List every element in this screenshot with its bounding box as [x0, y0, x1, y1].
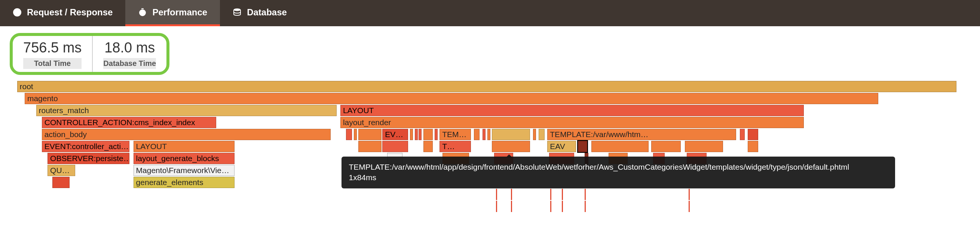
flame-bar[interactable]: [415, 129, 418, 140]
flame-bar[interactable]: [346, 129, 352, 140]
flame-bar-controller-action-cms-index-index[interactable]: CONTROLLER_ACTION:cms_index_index: [42, 117, 216, 128]
flame-row: [0, 201, 980, 213]
flame-bar[interactable]: [533, 129, 536, 140]
flame-tick: [496, 189, 497, 200]
tooltip-line2: 1x84ms: [349, 172, 888, 183]
flame-bar[interactable]: [434, 129, 438, 140]
tab-label: Performance: [152, 7, 207, 18]
flame-bar-layout[interactable]: LAYOUT: [340, 105, 804, 116]
flame-bar[interactable]: [354, 129, 357, 140]
flame-bar[interactable]: [685, 141, 723, 152]
tab-request-response[interactable]: Request / Response: [0, 0, 125, 26]
flame-bar[interactable]: [410, 129, 413, 140]
flame-bar[interactable]: [482, 129, 485, 140]
flame-tick: [689, 189, 690, 200]
flame-tick: [496, 201, 497, 212]
flame-bar[interactable]: [358, 141, 381, 152]
flame-bar-template-var-www-htm[interactable]: TEMPLATE:/var/www/htm…: [547, 129, 736, 140]
flame-bar[interactable]: [539, 129, 544, 140]
svg-point-2: [234, 9, 240, 11]
flame-bar[interactable]: [578, 141, 588, 152]
globe-icon: [13, 8, 22, 17]
timer-icon: [138, 8, 147, 17]
flame-bar[interactable]: [748, 141, 758, 152]
flame-row: action_bodyEV…TEM…TEMPLATE:/var/www/htm…: [0, 129, 980, 141]
flame-tooltip: TEMPLATE:/var/www/html/app/design/fronte…: [342, 156, 895, 188]
tooltip-line1: TEMPLATE:/var/www/html/app/design/fronte…: [349, 162, 888, 172]
flame-row: [0, 189, 980, 201]
flame-bar-layout-render[interactable]: layout_render: [340, 117, 804, 128]
flame-bar[interactable]: [740, 129, 745, 140]
flame-bar-tem[interactable]: TEM…: [439, 129, 471, 140]
flame-bar-action-body[interactable]: action_body: [42, 129, 331, 140]
flame-bar-layout-generate-blocks[interactable]: layout_generate_blocks: [134, 153, 234, 164]
flame-bar-observer-persiste[interactable]: OBSERVER:persiste…: [48, 153, 129, 164]
metric-database-time: 18.0 ms Database Time: [92, 36, 167, 72]
metric-value: 18.0 ms: [103, 40, 156, 56]
metric-value: 756.5 ms: [23, 40, 81, 56]
flame-bar[interactable]: [492, 129, 530, 140]
flame-tick: [550, 201, 551, 212]
flame-bar-eav[interactable]: EAV: [547, 141, 576, 152]
flame-tick: [585, 189, 586, 200]
flame-bar[interactable]: [382, 141, 408, 152]
flame-bar[interactable]: [418, 129, 422, 140]
flame-bar[interactable]: [651, 141, 681, 152]
flame-bar-generate-elements[interactable]: generate_elements: [134, 177, 234, 188]
flame-bar-magento-framework-vie[interactable]: Magento\Framework\Vie…: [134, 165, 234, 176]
flame-row: routers_matchLAYOUT: [0, 105, 980, 117]
flame-bar-t[interactable]: T…: [439, 141, 471, 152]
flame-tick: [562, 189, 563, 200]
flame-row: [0, 213, 980, 225]
metric-label: Total Time: [23, 58, 81, 69]
flame-bar-qu[interactable]: QU…: [48, 165, 75, 176]
flame-chart[interactable]: rootmagentorouters_matchLAYOUTCONTROLLER…: [0, 81, 980, 225]
flame-bar[interactable]: [591, 141, 649, 152]
flame-bar[interactable]: [474, 129, 479, 140]
tab-label: Request / Response: [27, 7, 113, 18]
flame-bar-event-controller-acti[interactable]: EVENT:controller_acti…: [42, 141, 130, 152]
metric-label: Database Time: [103, 58, 156, 69]
flame-bar[interactable]: [748, 129, 758, 140]
flame-row: magento: [0, 93, 980, 105]
metrics-row: 756.5 ms Total Time 18.0 ms Database Tim…: [0, 26, 980, 80]
flame-bar-routers-match[interactable]: routers_match: [36, 105, 337, 116]
flame-bar[interactable]: [358, 129, 381, 140]
tab-bar: Request / Response Performance Database: [0, 0, 980, 26]
tab-label: Database: [247, 7, 287, 18]
flame-tick: [511, 201, 512, 212]
flame-bar[interactable]: [423, 141, 433, 152]
flame-bar[interactable]: [492, 141, 530, 152]
flame-tick: [689, 201, 690, 212]
flame-bar-magento[interactable]: magento: [25, 93, 878, 104]
flame-tick: [562, 201, 563, 212]
flame-bar-layout[interactable]: LAYOUT: [134, 141, 234, 152]
flame-tick: [585, 201, 586, 212]
database-icon: [233, 8, 242, 17]
flame-bar[interactable]: [487, 129, 490, 140]
flame-row: CONTROLLER_ACTION:cms_index_indexlayout_…: [0, 117, 980, 129]
flame-bar-root[interactable]: root: [17, 81, 957, 92]
flame-tick: [550, 189, 551, 200]
flame-row: root: [0, 81, 980, 93]
flame-row: EVENT:controller_acti…LAYOUTT…EAV: [0, 141, 980, 153]
flame-bar[interactable]: [423, 129, 433, 140]
tab-database[interactable]: Database: [220, 0, 300, 26]
flame-bar-ev[interactable]: EV…: [382, 129, 408, 140]
flame-bar[interactable]: [52, 177, 70, 188]
metric-total-time: 756.5 ms Total Time: [13, 36, 92, 72]
tab-performance[interactable]: Performance: [125, 0, 220, 26]
metrics-pill: 756.5 ms Total Time 18.0 ms Database Tim…: [10, 33, 169, 75]
flame-tick: [511, 189, 512, 200]
